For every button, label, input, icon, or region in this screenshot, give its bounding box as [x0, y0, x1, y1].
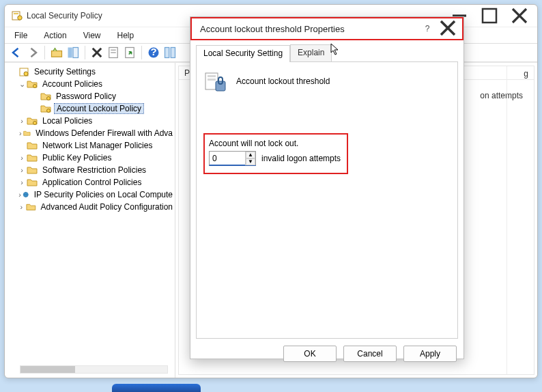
- folder-icon: [27, 177, 38, 188]
- svg-point-25: [33, 122, 37, 125]
- setting-highlight: Account will not lock out. ▲ ▼ invalid l…: [203, 133, 348, 174]
- dialog-help-button[interactable]: ?: [417, 24, 438, 33]
- tree-account-lockout-policy[interactable]: Account Lockout Policy: [5, 102, 175, 115]
- ok-button[interactable]: OK: [283, 346, 337, 362]
- tree-nlm[interactable]: Network List Manager Policies: [5, 139, 175, 152]
- properties-dialog: Account lockout threshold Properties ? L…: [190, 16, 464, 359]
- dialog-button-row: OK Cancel Apply: [190, 339, 463, 370]
- tree-label: Account Policies: [40, 79, 104, 89]
- delete-button[interactable]: [89, 45, 104, 60]
- tree-ipsec[interactable]: › IP Security Policies on Local Compute: [5, 188, 175, 201]
- tree-label: Account Lockout Policy: [54, 103, 144, 114]
- tab-explain[interactable]: Explain: [290, 44, 332, 61]
- back-button[interactable]: [9, 45, 24, 60]
- svg-rect-19: [171, 48, 175, 58]
- svg-point-21: [24, 72, 28, 76]
- tab-local-security-setting[interactable]: Local Security Setting: [196, 45, 290, 62]
- tree-wdf[interactable]: › Windows Defender Firewall with Adva: [5, 127, 175, 139]
- tree-label: Security Settings: [32, 67, 98, 76]
- svg-rect-18: [165, 48, 169, 58]
- folder-icon: [23, 128, 31, 139]
- dialog-title: Account lockout threshold Properties: [200, 24, 417, 34]
- folder-icon: [27, 115, 38, 126]
- folder-icon: [40, 103, 51, 114]
- folder-icon: [27, 165, 38, 176]
- threshold-input[interactable]: [210, 152, 245, 165]
- menu-action[interactable]: Action: [40, 29, 70, 42]
- spin-up-button[interactable]: ▲: [246, 152, 255, 158]
- svg-point-2: [18, 16, 22, 20]
- tree-label: Password Policy: [54, 92, 118, 101]
- taskbar-peek: [112, 384, 201, 392]
- tree-account-policies[interactable]: ⌄ Account Policies: [5, 78, 175, 90]
- actions-pane: [507, 66, 534, 374]
- setting-description: Account will not lock out.: [209, 139, 343, 148]
- tree-label: Windows Defender Firewall with Adva: [33, 128, 175, 138]
- tree-pane: Security Settings ⌄ Account Policies Pas…: [5, 63, 175, 378]
- tree-acp[interactable]: › Application Control Policies: [5, 176, 175, 188]
- tree-label: Network List Manager Policies: [40, 141, 154, 150]
- menu-file[interactable]: File: [10, 29, 31, 42]
- ipsec-icon: [23, 189, 29, 200]
- svg-rect-31: [208, 79, 216, 81]
- spin-down-button[interactable]: ▼: [246, 158, 255, 165]
- svg-rect-32: [216, 81, 225, 91]
- apply-button[interactable]: Apply: [403, 346, 457, 362]
- show-hide-tree-button[interactable]: [66, 45, 81, 60]
- chevron-right-icon[interactable]: ›: [17, 203, 26, 211]
- svg-rect-15: [126, 48, 134, 58]
- svg-point-24: [47, 109, 51, 113]
- properties-button[interactable]: [106, 45, 121, 60]
- cancel-button[interactable]: Cancel: [343, 346, 397, 362]
- horizontal-scrollbar[interactable]: [20, 365, 168, 374]
- svg-rect-1: [14, 13, 18, 14]
- svg-rect-30: [208, 75, 216, 77]
- folder-icon: [40, 91, 51, 102]
- export-button[interactable]: [122, 45, 137, 60]
- tree-label: Software Restriction Policies: [40, 165, 148, 175]
- chevron-right-icon[interactable]: ›: [17, 191, 23, 199]
- tree-label: Application Control Policies: [40, 178, 143, 187]
- svg-rect-7: [52, 51, 62, 57]
- chevron-right-icon[interactable]: ›: [17, 154, 27, 162]
- security-root-icon: [18, 66, 29, 77]
- tree-label: Public Key Policies: [40, 153, 113, 163]
- chevron-right-icon[interactable]: ›: [17, 166, 27, 174]
- svg-rect-9: [73, 48, 79, 58]
- tree-pkp[interactable]: › Public Key Policies: [5, 152, 175, 164]
- chevron-right-icon[interactable]: ›: [17, 129, 23, 137]
- menu-view[interactable]: View: [79, 29, 105, 42]
- folder-icon: [27, 140, 38, 151]
- chevron-right-icon[interactable]: ›: [17, 117, 27, 125]
- close-button[interactable]: [504, 5, 534, 26]
- threshold-spinner[interactable]: ▲ ▼: [209, 151, 256, 166]
- menu-help[interactable]: Help: [113, 29, 139, 42]
- dialog-titlebar[interactable]: Account lockout threshold Properties ?: [190, 17, 463, 40]
- folder-icon: [26, 201, 36, 212]
- svg-rect-8: [68, 48, 72, 58]
- svg-point-22: [33, 85, 37, 88]
- folder-icon: [27, 79, 38, 89]
- chevron-right-icon[interactable]: ›: [17, 178, 27, 186]
- refresh-button[interactable]: [162, 45, 177, 60]
- tree-root[interactable]: Security Settings: [5, 66, 175, 78]
- help-button[interactable]: ?: [146, 45, 161, 60]
- tree-local-policies[interactable]: › Local Policies: [5, 115, 175, 127]
- policy-name: Account lockout threshold: [236, 76, 330, 86]
- tree-label: Local Policies: [40, 116, 94, 126]
- tree-password-policy[interactable]: Password Policy: [5, 90, 175, 102]
- dialog-tabpage: Account lockout threshold Account will n…: [196, 62, 458, 339]
- forward-button[interactable]: [25, 45, 40, 60]
- up-button[interactable]: [49, 45, 64, 60]
- svg-point-23: [47, 97, 51, 100]
- scrollbar-thumb[interactable]: [20, 366, 75, 373]
- policy-icon: [203, 69, 228, 94]
- svg-rect-4: [483, 9, 496, 23]
- dialog-tabstrip: Local Security Setting Explain: [196, 44, 458, 62]
- tree-aap[interactable]: › Advanced Audit Policy Configuration: [5, 201, 175, 213]
- tree-label: IP Security Policies on Local Compute: [32, 190, 175, 199]
- tree-srp[interactable]: › Software Restriction Policies: [5, 164, 175, 176]
- maximize-button[interactable]: [474, 5, 504, 26]
- dialog-close-button[interactable]: [438, 18, 458, 40]
- chevron-down-icon[interactable]: ⌄: [17, 80, 27, 89]
